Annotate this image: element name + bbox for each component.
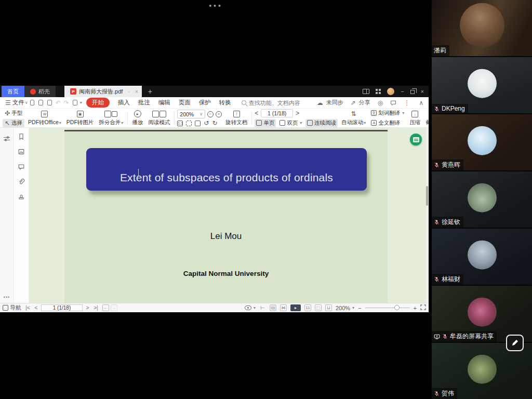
word-translate-button[interactable]: 文 划词翻译 ▾: [369, 109, 406, 117]
zoom-level[interactable]: 200% ▾: [336, 305, 354, 311]
attachment-icon[interactable]: [18, 178, 25, 185]
comment-icon[interactable]: [18, 163, 25, 170]
book-view-icon[interactable]: ⋈: [280, 304, 287, 311]
bookmark-icon[interactable]: [18, 133, 25, 140]
nav-toggle-button[interactable]: 导航: [3, 304, 21, 312]
comment-bubble-icon[interactable]: [390, 100, 396, 106]
meeting-overflow-dots[interactable]: •••: [0, 2, 432, 10]
first-page-button[interactable]: |<: [24, 304, 31, 311]
print-icon[interactable]: [47, 100, 52, 105]
participant-tile[interactable]: 黄燕晖: [432, 114, 532, 171]
zoom-select[interactable]: ∨: [177, 110, 205, 118]
play-button[interactable]: ▸ 播放: [129, 110, 145, 126]
double-page-button[interactable]: 双页 ▾: [278, 119, 303, 127]
redo-icon[interactable]: ↷: [64, 100, 69, 106]
menu-tab-start[interactable]: 开始: [86, 98, 110, 108]
fit-width-button[interactable]: ⊔: [325, 304, 332, 311]
single-page-button[interactable]: 单页: [255, 119, 276, 127]
menu-tab-protect[interactable]: 保护: [199, 99, 211, 107]
restore-button[interactable]: [410, 90, 415, 94]
collapse-ribbon-icon[interactable]: ∧: [419, 100, 423, 106]
pdf-to-office-button[interactable]: W PDF转Office▾: [25, 110, 64, 126]
next-page-icon[interactable]: >: [296, 110, 299, 116]
select-tool-button[interactable]: ↖ 选择: [3, 119, 24, 127]
pdf-page[interactable]: Extent of subspaces of products of ordin…: [64, 130, 388, 303]
read-mode-button[interactable]: 阅读模式: [145, 110, 172, 126]
zoom-out-button[interactable]: −: [358, 305, 361, 311]
eye-protect-button[interactable]: ▾: [245, 305, 256, 310]
back-view-button[interactable]: ←: [102, 304, 109, 311]
apps-grid-icon[interactable]: [376, 89, 381, 94]
help-icon[interactable]: ◎: [378, 100, 383, 106]
fit-page-icon[interactable]: [186, 121, 192, 126]
search-input[interactable]: [249, 100, 315, 106]
fit-page-button[interactable]: ⬚: [315, 304, 322, 311]
screenshot-compare-button[interactable]: 截图和对比: [423, 110, 429, 126]
split-merge-button[interactable]: 拆分合并▾: [96, 110, 126, 126]
menu-tab-annotate[interactable]: 批注: [138, 99, 150, 107]
continuous-read-button[interactable]: 连续阅读: [305, 119, 338, 127]
save-icon[interactable]: [38, 100, 43, 105]
hand-tool-button[interactable]: ✣ 手型: [3, 109, 24, 117]
next-page-button[interactable]: >: [84, 304, 91, 311]
file-menu[interactable]: 文件: [12, 99, 24, 107]
tab-close-icon[interactable]: ×: [135, 89, 138, 95]
slideshow-button[interactable]: ▸: [290, 304, 301, 311]
participant-tile[interactable]: 潘莉: [432, 0, 532, 57]
scrollbar-thumb[interactable]: [426, 186, 428, 206]
minimize-button[interactable]: −: [401, 88, 404, 95]
menu-tab-insert[interactable]: 插入: [118, 99, 130, 107]
tab-home[interactable]: 首页: [2, 86, 24, 97]
compress-button[interactable]: ↓ 压缩: [407, 110, 423, 126]
split-view-icon[interactable]: [363, 89, 369, 94]
page-number-input[interactable]: [261, 109, 293, 117]
actual-size-button[interactable]: 11: [304, 304, 311, 311]
vertical-scrollbar[interactable]: [425, 128, 429, 303]
menu-tab-page[interactable]: 页面: [179, 99, 191, 107]
prev-page-icon[interactable]: <: [255, 110, 258, 116]
rotate-left-icon[interactable]: ↺: [204, 120, 209, 126]
fit-width-icon[interactable]: [195, 121, 201, 126]
sync-status[interactable]: ☁ 未同步: [315, 99, 343, 107]
fullscreen-button[interactable]: [420, 304, 426, 311]
participant-tile[interactable]: 贺伟: [432, 343, 532, 399]
auto-scroll-button[interactable]: ⇅ 自动滚动▾: [339, 110, 368, 126]
prev-page-button[interactable]: <: [33, 304, 39, 311]
wps-floating-widget[interactable]: [410, 134, 422, 145]
single-page-view-icon[interactable]: ▭: [270, 304, 276, 311]
hamburger-icon[interactable]: ☰: [5, 100, 11, 106]
actual-size-icon[interactable]: 1:1: [177, 121, 183, 126]
rotate-doc-button[interactable]: ⤴ 旋转文档: [223, 110, 250, 126]
pdf-to-image-button[interactable]: ▣ PDF转图片: [64, 110, 97, 126]
account-avatar[interactable]: [387, 88, 394, 95]
tab-document[interactable]: P 闽南师大报告.pdf ▫ ×: [64, 86, 142, 97]
zoom-slider[interactable]: [365, 308, 410, 308]
image-icon[interactable]: [18, 148, 25, 155]
participant-tile[interactable]: 林福财: [432, 229, 532, 286]
open-icon[interactable]: [30, 100, 35, 105]
document-area[interactable]: Extent of subspaces of products of ordin…: [29, 128, 429, 303]
adjust-sliders-icon[interactable]: [3, 135, 10, 142]
new-tab-button[interactable]: +: [142, 86, 158, 97]
forward-view-button[interactable]: →: [111, 304, 117, 311]
fit-height-icon[interactable]: ⊢: [259, 304, 266, 311]
zoom-input[interactable]: [180, 111, 196, 117]
zoom-in-icon[interactable]: +: [216, 111, 222, 117]
full-translate-button[interactable]: A 全文翻译: [369, 119, 406, 127]
rotate-right-icon[interactable]: ↻: [212, 120, 217, 126]
tab-pin-icon[interactable]: ▫: [128, 89, 130, 95]
search-box[interactable]: [242, 100, 315, 106]
zoom-slider-knob[interactable]: [394, 305, 400, 310]
format-painter-icon[interactable]: [73, 100, 77, 105]
close-button[interactable]: ×: [421, 88, 424, 95]
annotation-pen-button[interactable]: [506, 335, 524, 351]
stamp-icon[interactable]: [18, 193, 25, 201]
status-page-input[interactable]: [41, 304, 83, 311]
zoom-out-icon[interactable]: −: [207, 111, 214, 117]
rail-more-icon[interactable]: •••: [0, 295, 14, 300]
participant-tile[interactable]: DKPeng: [432, 57, 532, 114]
undo-icon[interactable]: ↶: [56, 100, 61, 106]
zoom-in-button[interactable]: +: [414, 305, 417, 311]
share-button[interactable]: ⇗ 分享: [349, 99, 370, 107]
more-icon[interactable]: ⋮: [404, 100, 410, 106]
